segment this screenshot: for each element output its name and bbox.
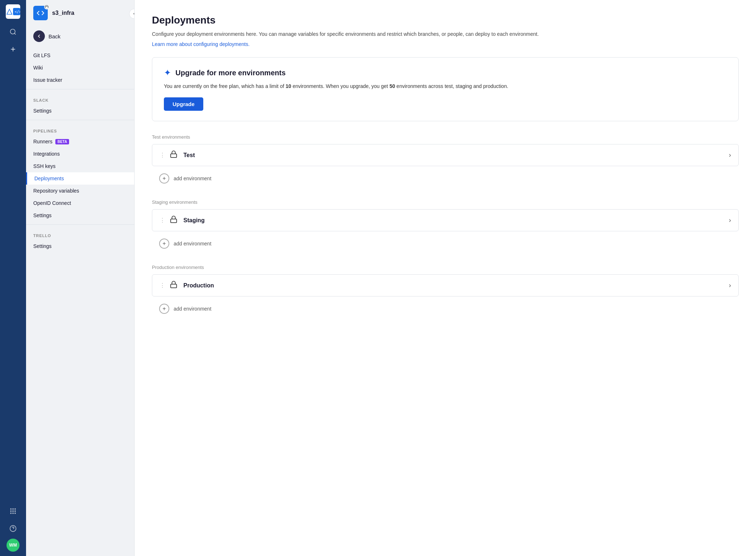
- collapse-sidebar-button[interactable]: [129, 9, 135, 19]
- sidebar-item-git-lfs[interactable]: Git LFS: [26, 49, 134, 62]
- sidebar-item-pipelines-settings[interactable]: Settings: [26, 209, 134, 222]
- runners-label: Runners: [33, 139, 52, 144]
- svg-rect-5: [10, 509, 12, 510]
- sidebar-nav: Git LFS Wiki Issue tracker SLACK Setting…: [26, 46, 134, 255]
- add-production-env-label: add environment: [174, 306, 211, 312]
- sidebar-item-slack-settings[interactable]: Settings: [26, 105, 134, 117]
- add-plus-icon: +: [159, 304, 169, 314]
- drag-handle-icon: ⋮: [160, 152, 165, 159]
- upgrade-card-title: Upgrade for more environments: [175, 69, 286, 77]
- svg-text:</>: </>: [14, 10, 20, 14]
- sidebar-item-openid-connect[interactable]: OpenID Connect: [26, 197, 134, 209]
- sidebar-item-ssh-keys[interactable]: SSH keys: [26, 160, 134, 172]
- svg-rect-19: [171, 284, 177, 288]
- chevron-right-icon: ›: [729, 151, 731, 159]
- back-label: Back: [48, 33, 60, 39]
- test-environments-section: Test environments ⋮ Test › + add environ…: [152, 134, 739, 188]
- svg-rect-18: [171, 219, 177, 223]
- upgrade-card-header: ✦ Upgrade for more environments: [164, 68, 727, 78]
- upgrade-button[interactable]: Upgrade: [164, 97, 203, 111]
- svg-rect-10: [14, 510, 16, 511]
- spark-icon: ✦: [164, 68, 171, 78]
- upgrade-number: 50: [390, 83, 395, 89]
- lock-icon: [170, 150, 178, 160]
- svg-rect-16: [46, 7, 48, 9]
- add-test-env-label: add environment: [174, 176, 211, 181]
- sidebar-item-issue-tracker[interactable]: Issue tracker: [26, 74, 134, 86]
- test-env-name: Test: [183, 152, 729, 159]
- sidebar: s3_infra Back Git LFS Wiki Issue tracker…: [26, 0, 135, 556]
- staging-environments-section: Staging environments ⋮ Staging › + add e…: [152, 199, 739, 253]
- pipelines-section-label: PIPELINES: [26, 123, 134, 135]
- back-button[interactable]: Back: [26, 26, 134, 46]
- production-environment-item[interactable]: ⋮ Production ›: [152, 274, 739, 296]
- add-test-environment-button[interactable]: + add environment: [152, 169, 739, 188]
- sidebar-item-integrations[interactable]: Integrations: [26, 148, 134, 160]
- svg-rect-11: [10, 513, 12, 514]
- page-description: Configure your deployment environments h…: [152, 30, 739, 38]
- svg-rect-13: [14, 513, 16, 514]
- page-title: Deployments: [152, 14, 739, 26]
- slack-section-label: SLACK: [26, 92, 134, 105]
- lock-icon: [170, 215, 178, 225]
- add-staging-env-label: add environment: [174, 241, 211, 247]
- staging-env-name: Staging: [183, 217, 729, 224]
- add-production-environment-button[interactable]: + add environment: [152, 299, 739, 318]
- add-plus-icon: +: [159, 239, 169, 249]
- sidebar-header: s3_infra: [26, 0, 134, 26]
- divider-1: [26, 89, 134, 89]
- staging-environments-label: Staging environments: [152, 199, 739, 205]
- repo-icon: [33, 6, 48, 20]
- svg-rect-12: [12, 513, 13, 514]
- svg-rect-8: [10, 510, 12, 511]
- help-button[interactable]: [6, 521, 20, 536]
- drag-handle-icon: ⋮: [160, 217, 165, 224]
- sidebar-item-wiki[interactable]: Wiki: [26, 62, 134, 74]
- divider-3: [26, 224, 134, 225]
- production-environments-label: Production environments: [152, 265, 739, 270]
- production-env-name: Production: [183, 282, 729, 289]
- staging-environment-item[interactable]: ⋮ Staging ›: [152, 209, 739, 231]
- trello-section-label: TRELLO: [26, 228, 134, 240]
- sidebar-item-trello-settings[interactable]: Settings: [26, 240, 134, 252]
- user-avatar[interactable]: WM: [7, 539, 20, 552]
- learn-more-link[interactable]: Learn more about configuring deployments…: [152, 41, 250, 47]
- test-environments-label: Test environments: [152, 134, 739, 140]
- upgrade-card-desc: You are currently on the free plan, whic…: [164, 82, 727, 90]
- beta-badge: BETA: [55, 139, 69, 144]
- search-button[interactable]: [6, 25, 20, 39]
- drag-handle-icon: ⋮: [160, 282, 165, 289]
- svg-rect-7: [14, 509, 16, 510]
- sidebar-item-repository-variables[interactable]: Repository variables: [26, 185, 134, 197]
- lock-badge: [44, 4, 49, 9]
- limit-number: 10: [285, 83, 291, 89]
- chevron-right-icon: ›: [729, 282, 731, 289]
- chevron-right-icon: ›: [729, 216, 731, 224]
- back-icon: [33, 30, 45, 42]
- svg-rect-6: [12, 509, 13, 510]
- repo-name: s3_infra: [52, 10, 74, 16]
- test-environment-item[interactable]: ⋮ Test ›: [152, 144, 739, 166]
- create-button[interactable]: [6, 42, 20, 56]
- app-logo[interactable]: </>: [6, 4, 20, 19]
- production-environments-section: Production environments ⋮ Production › +…: [152, 265, 739, 318]
- icon-bar: </> WM: [0, 0, 26, 556]
- sidebar-item-deployments[interactable]: Deployments: [26, 172, 134, 185]
- svg-rect-17: [171, 154, 177, 157]
- add-plus-icon: +: [159, 173, 169, 184]
- sidebar-item-runners[interactable]: Runners BETA: [26, 135, 134, 148]
- grid-button[interactable]: [6, 504, 20, 518]
- svg-rect-9: [12, 510, 13, 511]
- svg-point-2: [10, 29, 15, 34]
- lock-icon: [170, 281, 178, 290]
- main-content: Deployments Configure your deployment en…: [135, 0, 756, 556]
- add-staging-environment-button[interactable]: + add environment: [152, 234, 739, 253]
- upgrade-card: ✦ Upgrade for more environments You are …: [152, 57, 739, 121]
- divider-2: [26, 120, 134, 120]
